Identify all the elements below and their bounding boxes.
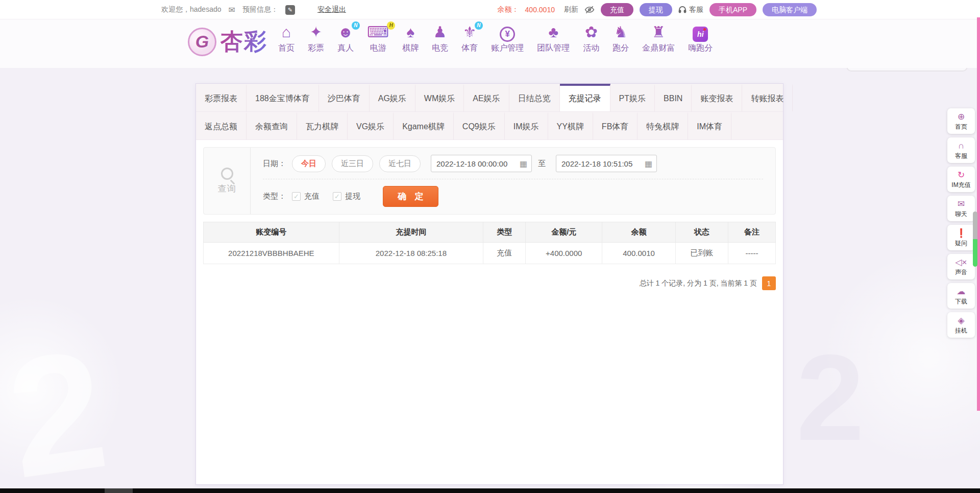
tab-lottery-report[interactable]: 彩票报表 — [196, 84, 247, 111]
nav-label: 金鼎财富 — [642, 43, 675, 54]
type-deposit-option[interactable]: ✓ 充值 — [292, 192, 320, 201]
dashed-divider — [263, 179, 763, 179]
cell-time: 2022-12-18 08:25:18 — [339, 243, 483, 264]
tab-transfer-report[interactable]: 转账报表 — [742, 84, 793, 111]
sidebar-item-im-recharge[interactable]: ↻ IM充值 — [947, 167, 975, 192]
cards-icon: ♠ — [406, 24, 414, 42]
nav-item-lottery[interactable]: ✦ 彩票 — [308, 24, 324, 54]
deposit-checkbox-label: 充值 — [304, 192, 320, 201]
tripod-icon: ♜ — [652, 24, 666, 42]
nav-item-account[interactable]: ¥ 账户管理 — [491, 27, 524, 54]
nav-item-live[interactable]: ☻N 真人 — [337, 24, 354, 54]
calendar-icon[interactable]: ▦ — [520, 159, 527, 169]
tab-account-change-report[interactable]: 账变报表 — [692, 84, 742, 111]
nav-item-paofen[interactable]: ♞ 跑分 — [612, 24, 629, 54]
cell-amount: +400.0000 — [526, 243, 602, 264]
sidebar-item-hangup[interactable]: ◈ 挂机 — [947, 312, 975, 338]
custom-scrollbar-thumb[interactable] — [973, 212, 977, 267]
customer-service-link[interactable]: 客服 — [678, 5, 703, 14]
pencil-icon[interactable]: ✎ — [285, 5, 295, 15]
tab-balance-query[interactable]: 余额查询 — [247, 112, 297, 139]
preset-7days-button[interactable]: 近七日 — [379, 155, 421, 172]
records-table: 账变编号 充提时间 类型 金额/元 余额 状态 备注 20221218VBBBH… — [203, 222, 776, 264]
tab-shaba-sport[interactable]: 沙巴体育 — [319, 84, 370, 111]
tab-pt[interactable]: PT娱乐 — [610, 84, 655, 111]
nav-item-cards[interactable]: ♠ 棋牌 — [402, 24, 419, 54]
sidebar-item-question[interactable]: ❗ 疑问 — [947, 225, 975, 250]
tab-vg[interactable]: VG娱乐 — [348, 112, 394, 139]
home-icon: ⌂ — [282, 24, 291, 42]
sidebar-item-label: 客服 — [955, 152, 967, 160]
tab-wm[interactable]: WM娱乐 — [415, 84, 464, 111]
nav-item-team[interactable]: ♣ 团队管理 — [537, 24, 570, 54]
sidebar-item-service[interactable]: ∩ 客服 — [947, 137, 975, 163]
col-amount: 金额/元 — [526, 222, 602, 243]
tab-kgame[interactable]: Kgame棋牌 — [394, 112, 454, 139]
withdraw-button[interactable]: 提现 — [640, 3, 672, 16]
confirm-button[interactable]: 确 定 — [383, 186, 438, 207]
nav-label: 电游 — [370, 43, 386, 54]
tab-wali-cards[interactable]: 瓦力棋牌 — [297, 112, 348, 139]
nav-item-home[interactable]: ⌂ 首页 — [278, 24, 295, 54]
logo-text: 杏彩 — [220, 27, 267, 57]
cell-remark: ----- — [728, 243, 775, 264]
date-to-input[interactable]: 2022-12-18 10:51:05 ▦ — [556, 155, 657, 172]
withdraw-checkbox[interactable]: ✓ — [333, 192, 341, 201]
mobile-app-button[interactable]: 手机APP — [709, 3, 756, 16]
preset-today-button[interactable]: 今日 — [292, 155, 326, 172]
tab-cq9[interactable]: CQ9娱乐 — [454, 112, 505, 139]
tab-im[interactable]: IM娱乐 — [505, 112, 548, 139]
page-1-button[interactable]: 1 — [762, 276, 776, 290]
tab-tetu-cards[interactable]: 特兔棋牌 — [638, 112, 688, 139]
deposit-checkbox[interactable]: ✓ — [292, 192, 301, 201]
type-withdraw-option[interactable]: ✓ 提现 — [333, 192, 360, 201]
date-from-input[interactable]: 2022-12-18 00:00:00 ▦ — [431, 155, 532, 172]
tab-ag[interactable]: AG娱乐 — [370, 84, 415, 111]
customer-service-label: 客服 — [689, 5, 703, 14]
nav-item-sports[interactable]: ⚜N 体育 — [461, 24, 478, 54]
sidebar-item-home[interactable]: ⊕ 首页 — [947, 108, 975, 134]
tab-ae[interactable]: AE娱乐 — [464, 84, 509, 111]
date-label: 日期： — [263, 159, 286, 169]
nav-item-promos[interactable]: ✿ 活动 — [583, 24, 599, 54]
sidebar-item-download[interactable]: ☁ 下载 — [947, 283, 975, 309]
balance-value: 400.0010 — [525, 6, 555, 14]
sidebar-item-label: IM充值 — [951, 181, 970, 190]
filter-box: 查询 日期： 今日 近三日 近七日 2022-12-18 00:00:00 ▦ … — [203, 147, 776, 215]
refresh-link[interactable]: 刷新 — [564, 5, 578, 14]
deposit-button[interactable]: 充值 — [601, 3, 633, 16]
headset-icon: ∩ — [958, 141, 964, 151]
nav-item-esports[interactable]: ♟ 电竞 — [432, 24, 448, 54]
sidebar-item-sound[interactable]: ◁× 声音 — [947, 254, 975, 279]
query-block: 查询 — [204, 148, 251, 214]
site-logo[interactable]: G 杏彩 — [188, 27, 267, 57]
nav-item-hipaofen[interactable]: hi 嗨跑分 — [688, 27, 713, 54]
tab-rebate-total[interactable]: 返点总额 — [196, 112, 247, 139]
main-nav: ⌂ 首页 ✦ 彩票 ☻N 真人 ⌨H 电游 ♠ 棋牌 ♟ 电竞 ⚜N 体育 ¥ — [278, 24, 713, 54]
tab-fb-sport[interactable]: FB体育 — [593, 112, 638, 139]
tab-im-sport[interactable]: IM体育 — [688, 112, 731, 139]
calendar-icon[interactable]: ▦ — [645, 159, 652, 169]
pc-client-button[interactable]: 电脑客户端 — [763, 3, 817, 16]
trophy-icon: ⚜N — [463, 24, 477, 42]
envelope-icon[interactable]: ✉ — [229, 5, 235, 15]
tab-deposit-withdraw-records[interactable]: 充提记录 — [560, 84, 610, 111]
nav-item-slots[interactable]: ⌨H 电游 — [367, 24, 389, 54]
to-label: 至 — [538, 159, 546, 169]
nav-label: 活动 — [583, 43, 599, 54]
floating-sidebar: ⊕ 首页 ∩ 客服 ↻ IM充值 ✉ 聊天 ❗ 疑问 ◁× 声音 ☁ 下载 ◈ … — [947, 108, 975, 338]
logout-link[interactable]: 安全退出 — [317, 5, 346, 14]
tab-bbin[interactable]: BBIN — [655, 84, 692, 111]
col-type: 类型 — [483, 222, 526, 243]
tab-yy-cards[interactable]: YY棋牌 — [548, 112, 593, 139]
eye-slash-icon[interactable] — [584, 5, 595, 15]
home-top-icon: ⊕ — [958, 112, 965, 122]
tab-daily-summary[interactable]: 日结总览 — [509, 84, 560, 111]
preset-3days-button[interactable]: 近三日 — [332, 155, 373, 172]
tab-188-sport[interactable]: 188金宝博体育 — [247, 84, 319, 111]
sidebar-item-chat[interactable]: ✉ 聊天 — [947, 196, 975, 221]
cell-balance: 400.0010 — [602, 243, 675, 264]
nav-item-jinding[interactable]: ♜ 金鼎财富 — [642, 24, 675, 54]
top-bar: 欢迎您，hadesado ✉ 预留信息： ✎ 安全退出 余额： 400.0010… — [0, 0, 980, 19]
sound-mute-icon: ◁× — [955, 257, 967, 267]
